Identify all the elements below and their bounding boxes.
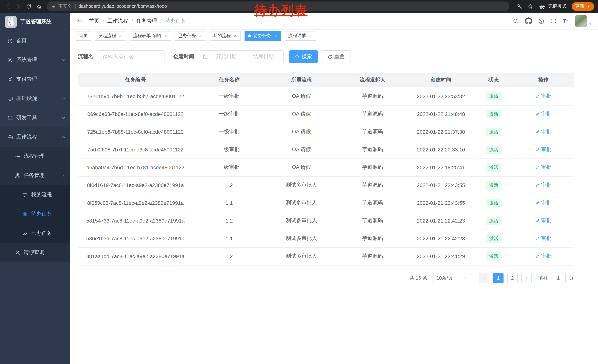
sidebar-item[interactable]: 研发工具 (0, 108, 70, 127)
date-range-separator: - (242, 54, 247, 60)
page-size-select[interactable]: 10条/页 (433, 273, 470, 283)
tab-close-icon[interactable] (273, 33, 278, 38)
edit-icon (535, 94, 540, 98)
cell-create-time: 2022-01-21 22:42:23 (407, 230, 474, 247)
approve-link[interactable]: 审批 (535, 182, 551, 188)
date-range-picker[interactable]: 开始日期 - 结束日期 (199, 50, 284, 63)
breadcrumb: 首页/工作流程/任务管理/待办任务 (89, 18, 186, 24)
approve-link[interactable]: 审批 (535, 200, 551, 206)
approve-link[interactable]: 审批 (535, 111, 551, 117)
column-header: 任务名称 (193, 73, 265, 87)
active-tab-dot (248, 34, 251, 37)
approve-link[interactable]: 审批 (535, 217, 551, 224)
sidebar-collapse-button[interactable] (76, 18, 83, 24)
browser-reload-button[interactable] (24, 1, 33, 11)
cell-create-time: 2022-01-22 18:25:41 (407, 159, 474, 176)
approve-link[interactable]: 审批 (535, 235, 551, 242)
sidebar-item[interactable]: 支付管理 (0, 70, 70, 89)
sidebar-item[interactable]: 系统管理 (0, 50, 70, 70)
table-row: 75d72608-7b7f-11ec-a3c8-acde48001122一级审批… (78, 141, 573, 159)
breadcrumb-item[interactable]: 首页 (89, 18, 99, 24)
pagination: 共 16 条 10条/页 12 前往 页 (78, 273, 573, 283)
sidebar-item[interactable]: 工作流程 (0, 127, 70, 147)
cell-task-name: 一级审批 (193, 141, 265, 159)
breadcrumb-item[interactable]: 任务管理 (136, 18, 157, 24)
font-size-icon[interactable] (562, 18, 569, 24)
omnibox-divider (75, 4, 75, 9)
sidebar-item[interactable]: 我的流程 (0, 185, 70, 204)
sidebar-item[interactable]: 流程管理 (0, 147, 70, 166)
end-date-placeholder: 结束日期 (247, 53, 280, 60)
help-icon[interactable] (538, 18, 544, 24)
gear-icon (8, 57, 13, 63)
page-number-button[interactable]: 1 (493, 273, 504, 283)
table-row: 069c6a63-7b8a-11ec-8ef0-acde48001122一级审批… (78, 105, 573, 123)
reset-button[interactable]: 重置 (322, 50, 350, 63)
github-icon[interactable] (525, 17, 532, 24)
breadcrumb-item[interactable]: 工作流程 (108, 18, 128, 24)
cell-starter: 芋道源码 (338, 176, 407, 194)
prev-page-button[interactable] (479, 273, 490, 283)
table-row: 580e1b3d-7ac8-11ec-a9e2-a2380e71991a1.1测… (78, 230, 573, 247)
sidebar-item-label: 工作流程 (16, 134, 37, 140)
fullscreen-icon[interactable] (551, 18, 556, 24)
table-body: 73211d9d-7b9b-11ec-b5b7-acde48001122一级审批… (78, 87, 573, 265)
tab-close-icon[interactable] (233, 33, 238, 38)
sidebar-item[interactable]: 请假查询 (0, 243, 70, 262)
edit-icon (535, 254, 540, 259)
edit-icon (535, 165, 540, 170)
goto-page-input[interactable] (551, 273, 566, 283)
tab[interactable]: 流程表单-编辑 (130, 31, 171, 40)
sidebar-item-label: 系统管理 (16, 57, 37, 63)
cell-status: 激活 (474, 230, 513, 247)
search-button[interactable]: 搜索 (289, 50, 318, 63)
sidebar-item[interactable]: 任务管理 (0, 166, 70, 185)
cell-process: 测试多审批人 (265, 247, 338, 265)
tab[interactable]: 流程详情 (285, 31, 316, 40)
browser-back-button[interactable] (3, 1, 13, 11)
tab[interactable]: 首页 (75, 31, 91, 40)
bookmark-star-icon[interactable] (528, 4, 533, 9)
tab-close-icon[interactable] (118, 33, 123, 38)
sidebar-item-label: 流程管理 (24, 153, 44, 160)
cell-task-name: 1.2 (193, 176, 265, 194)
sidebar-item[interactable]: 待办任务 (0, 204, 70, 224)
list-icon (15, 154, 20, 159)
goto-label: 前往 (538, 275, 548, 281)
tab-close-icon[interactable] (198, 33, 203, 38)
browser-update-button[interactable]: 更新 (572, 2, 594, 11)
app-logo[interactable]: 芋道管理系统 (0, 13, 70, 31)
tab-close-icon[interactable] (308, 33, 313, 38)
tab[interactable]: 已办任务 (175, 31, 206, 40)
tab[interactable]: 待办任务 (245, 31, 281, 40)
browser-forward-button[interactable] (13, 1, 23, 11)
breadcrumb-separator: / (103, 18, 104, 24)
not-secure-icon (51, 4, 56, 9)
approve-link[interactable]: 审批 (535, 129, 551, 135)
approve-link[interactable]: 审批 (535, 253, 551, 259)
browser-menu-icon[interactable] (586, 4, 591, 9)
approve-link[interactable]: 审批 (535, 93, 551, 100)
sidebar-item[interactable]: 首页 (0, 31, 70, 50)
address-bar[interactable]: 不安全 dashboard.yudao.iocoder.cn/bpm/task/… (47, 1, 509, 11)
sidebar-item[interactable]: 已办任务 (0, 224, 70, 243)
search-icon[interactable] (513, 18, 519, 24)
password-key-icon[interactable] (517, 4, 523, 9)
avatar[interactable] (575, 15, 587, 27)
sidebar-item-label: 请假查询 (24, 249, 44, 256)
tab[interactable]: 发起流程 (95, 31, 126, 40)
cell-status: 激活 (474, 247, 513, 265)
page-number-button[interactable]: 2 (507, 273, 518, 283)
status-badge: 激活 (486, 181, 501, 189)
cell-action: 审批 (513, 176, 573, 194)
approve-link[interactable]: 审批 (535, 164, 551, 171)
approve-link[interactable]: 审批 (535, 146, 551, 153)
cell-create-time: 2022-01-22 21:48:48 (407, 105, 474, 123)
next-page-button[interactable] (521, 273, 532, 283)
tab[interactable]: 我的流程 (210, 31, 241, 40)
sidebar-item[interactable]: 基础设施 (0, 89, 70, 108)
process-name-input[interactable] (98, 50, 165, 63)
browser-home-button[interactable] (34, 1, 44, 11)
tab-close-icon[interactable] (163, 33, 168, 38)
user-menu[interactable] (575, 15, 592, 27)
